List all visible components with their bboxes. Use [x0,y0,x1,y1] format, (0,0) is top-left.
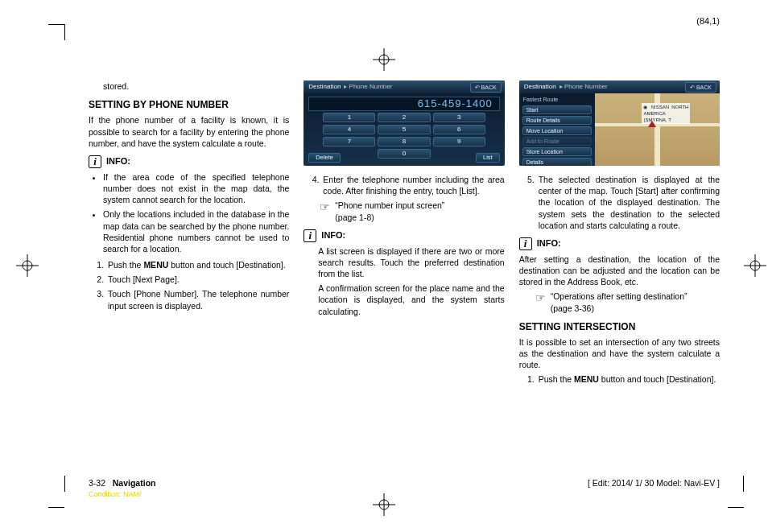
info-block: i INFO: [89,155,289,168]
info-label: INFO: [321,229,345,241]
menu-bold: MENU [143,260,168,270]
info-icon: i [89,155,101,168]
page-content: stored. SETTING BY PHONE NUMBER If the p… [89,80,720,460]
ss-menu-item: Store Location [522,147,593,156]
registration-mark-icon [373,48,395,71]
info-label: INFO: [537,237,561,250]
menu-bold: MENU [574,374,599,384]
info-block: i INFO: [519,237,720,250]
cross-ref: ☞ “Phone number input screen” (page 1-8) [303,200,504,222]
info-text: A list screen is displayed if there are … [303,245,504,280]
ss-menu-item-disabled: Add to Route [522,137,593,146]
bullet-item: If the area code of the specified teleph… [103,171,289,206]
ss-delete-button: Delete [308,153,341,163]
text-phone-intro: If the phone number of a facility is kno… [89,114,289,149]
crop-mark [48,507,64,508]
ref-page: (page 1-8) [335,212,374,222]
column-3: Destination ▸ Phone Number ↶ BACK Fastes… [519,80,720,389]
step-text: button and touch [Destination]. [168,260,285,270]
step-item: Touch [Next Page]. [106,274,289,285]
ss-back-button: ↶ BACK [470,82,502,93]
bullet-item: Only the locations included in the datab… [103,208,289,254]
step-item: Enter the telephone number including the… [321,174,504,196]
ref-text: “Operations after setting destination” [551,291,687,301]
ss-menu-item: Start [522,105,593,114]
info-label: INFO: [106,155,130,167]
ss-key: 7 [323,137,375,146]
page-footer: 3-32 Navigation [ Edit: 2014/ 1/ 30 Mode… [89,478,720,488]
text-stored: stored. [89,80,289,92]
ss-map: ◉ NISSAN NORTH AMERICA (SMYRNA, T [595,93,720,166]
step-text: Push the [539,374,574,384]
ss-side-menu: Fastest Route Start Route Details Move L… [519,93,596,166]
ss-key: 4 [323,125,375,134]
info-icon: i [303,229,316,242]
step-item: The selected destination is displayed at… [537,174,720,231]
screenshot-destination-map: Destination ▸ Phone Number ↶ BACK Fastes… [519,80,720,166]
ss-key: 6 [433,125,485,134]
pointer-icon: ☞ [535,291,546,306]
heading-setting-intersection: SETTING INTERSECTION [519,320,720,333]
crop-mark [728,507,744,508]
crop-mark [64,476,65,492]
pointer-icon: ☞ [320,200,330,215]
ref-text: “Phone number input screen” [335,200,444,210]
ss-number-display: 615-459-1400 [308,97,499,111]
ref-page: (page 3-36) [551,303,594,313]
ss-key: 1 [323,113,375,122]
edit-info: [ Edit: 2014/ 1/ 30 Model: Navi-EV ] [588,478,720,488]
destination-flag-icon [648,121,656,127]
section-name: Navigation [113,478,156,488]
text-intersection-intro: It is possible to set an intersection of… [519,336,720,371]
cross-ref: ☞ “Operations after setting destination”… [519,291,720,313]
info-text: A confirmation screen for the place name… [303,282,504,317]
ss-keypad: 1 2 3 4 5 6 7 8 9 0 [323,113,485,159]
column-1: stored. SETTING BY PHONE NUMBER If the p… [89,80,289,389]
ss-title: Destination [524,83,556,92]
registration-mark-icon [744,254,766,277]
info-icon: i [519,237,532,250]
ss-menu-item: Move Location [522,126,593,135]
condition-text: Condition: NAM/ [89,490,142,498]
info-block: i INFO: [303,229,504,242]
step-text: Push the [108,260,143,270]
ss-key: 5 [378,125,430,134]
step-text: button and touch [Destination]. [599,374,716,384]
ss-key: 3 [433,113,485,122]
crop-mark [64,24,65,40]
ss-subtitle: ▸ Phone Number [344,83,392,92]
page-coord: (84,1) [696,16,720,26]
ss-key: 2 [378,113,430,122]
ss-list-button: List [476,153,500,163]
screenshot-phone-keypad: Destination ▸ Phone Number ↶ BACK 615-45… [303,80,504,166]
step-item: Push the MENU button and touch [Destinat… [537,373,720,385]
ss-key: 9 [433,137,485,146]
heading-setting-by-phone: SETTING BY PHONE NUMBER [89,98,289,111]
step-item: Touch [Phone Number]. The telephone numb… [106,288,289,311]
crop-mark [743,476,744,492]
ss-menu-item: Details [522,158,593,166]
ss-menu-item: Route Details [522,116,593,125]
ss-key: 8 [378,137,430,146]
column-2: Destination ▸ Phone Number ↶ BACK 615-45… [303,80,504,389]
crop-mark [48,24,64,25]
registration-mark-icon [16,254,39,277]
ss-side-title: Fastest Route [522,96,593,104]
ss-back-button: ↶ BACK [685,82,716,93]
info-text: After setting a destination, the locatio… [519,254,720,288]
page-number: 3-32 [89,478,105,488]
ss-title: Destination [308,83,341,92]
registration-mark-icon [373,493,395,516]
ss-subtitle: ▸ Phone Number [559,83,608,92]
step-item: Push the MENU button and touch [Destinat… [106,259,289,270]
